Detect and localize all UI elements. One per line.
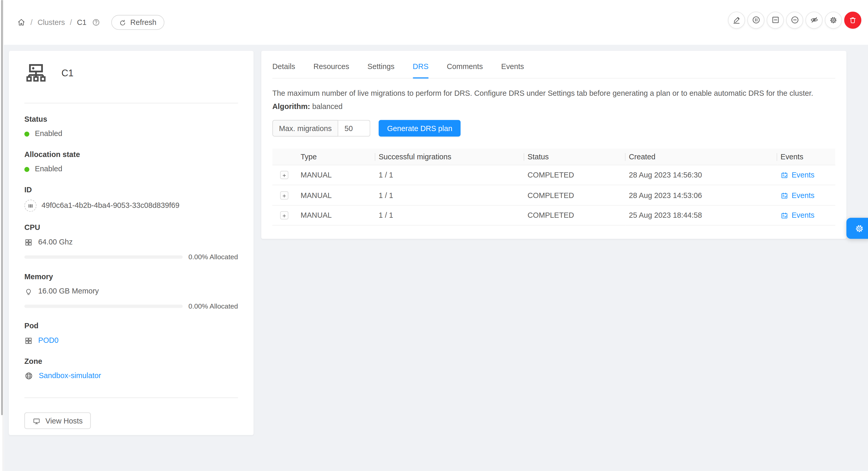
desktop-icon <box>33 416 40 425</box>
view-hosts-label: View Hosts <box>45 416 83 425</box>
home-icon[interactable] <box>17 18 26 27</box>
minus-circle-icon <box>790 15 799 24</box>
cell-successful-migrations: 1 / 1 <box>375 185 524 205</box>
cell-created: 25 Aug 2023 18:44:58 <box>626 205 777 226</box>
plus-icon <box>281 191 287 199</box>
cluster-detail-page: / Clusters / C1 Refresh <box>0 0 868 471</box>
appstore-grid-icon <box>24 237 33 247</box>
row-events-label: Events <box>792 191 814 199</box>
pause-button[interactable] <box>747 11 764 29</box>
configure-button[interactable] <box>825 11 842 29</box>
top-header: / Clusters / C1 Refresh <box>4 0 868 45</box>
column-events: Events <box>777 149 836 165</box>
expand-row-button[interactable] <box>280 171 288 179</box>
row-events-link[interactable]: Events <box>780 211 814 220</box>
row-events-link[interactable]: Events <box>780 191 814 200</box>
edit-button[interactable] <box>728 11 745 29</box>
row-events-label: Events <box>792 171 814 179</box>
tab-events[interactable]: Events <box>501 63 524 78</box>
divider <box>24 103 238 103</box>
plus-icon <box>281 171 287 179</box>
settings-gear-icon <box>855 224 864 233</box>
cluster-icon <box>24 63 48 85</box>
plus-icon <box>281 211 287 220</box>
max-migrations-group: Max. migrations <box>272 120 370 136</box>
disable-button[interactable] <box>786 11 803 29</box>
cell-created: 28 Aug 2023 14:53:06 <box>626 185 777 205</box>
cpu-value: 64.00 Ghz <box>38 237 73 247</box>
column-status: Status <box>524 149 626 165</box>
divider <box>24 398 238 398</box>
eye-invisible-icon <box>810 15 818 24</box>
max-migrations-label: Max. migrations <box>272 120 338 136</box>
status-section: Status Enabled <box>24 114 238 139</box>
appstore-grid-icon <box>24 336 33 345</box>
allocation-state-value: Enabled <box>35 164 62 174</box>
id-section: ID 49f0c6a1-4b2b-4ba4-9053-33c08d839f69 <box>24 185 238 212</box>
breadcrumb-clusters-link[interactable]: Clusters <box>37 18 65 27</box>
zone-label: Zone <box>24 357 238 366</box>
out-of-band-button[interactable] <box>805 11 823 29</box>
cell-status: COMPLETED <box>524 165 626 185</box>
pause-circle-icon <box>751 15 760 24</box>
cluster-info-card: C1 Status Enabled Allocation state Enabl… <box>9 51 254 435</box>
breadcrumb: / Clusters / C1 Refresh <box>17 15 164 30</box>
schedule-icon <box>780 171 788 179</box>
cell-type: MANUAL <box>297 165 375 185</box>
algorithm-value: balanced <box>312 102 343 110</box>
cell-type: MANUAL <box>297 185 375 205</box>
cpu-progress-bar <box>24 255 183 259</box>
cell-status: COMPLETED <box>524 205 626 226</box>
resource-header: C1 <box>24 51 238 84</box>
tab-drs[interactable]: DRS <box>413 63 429 78</box>
pod-link[interactable]: POD0 <box>38 336 58 345</box>
allocation-dot-green <box>24 167 29 171</box>
row-events-link[interactable]: Events <box>780 171 814 179</box>
expand-row-button[interactable] <box>280 191 288 199</box>
delete-button[interactable] <box>844 11 861 29</box>
question-circle-icon[interactable] <box>92 18 100 27</box>
cell-successful-migrations: 1 / 1 <box>375 205 524 226</box>
tab-comments[interactable]: Comments <box>447 63 483 78</box>
algorithm-label: Algorithm: <box>272 102 310 110</box>
reload-icon <box>119 18 126 27</box>
column-created: Created <box>626 149 777 165</box>
expand-column-header <box>272 149 297 165</box>
refresh-button[interactable]: Refresh <box>112 15 164 30</box>
breadcrumb-separator: / <box>30 18 33 27</box>
column-type: Type <box>297 149 375 165</box>
status-value: Enabled <box>35 129 62 139</box>
table-row: MANUAL 1 / 1 COMPLETED 28 Aug 2023 14:56… <box>272 165 835 185</box>
schedule-icon <box>780 191 788 200</box>
refresh-label: Refresh <box>130 18 156 27</box>
scrollbar-thumb[interactable] <box>1 0 2 415</box>
generate-drs-plan-button[interactable]: Generate DRS plan <box>379 120 461 136</box>
expand-row-button[interactable] <box>280 211 288 220</box>
id-label: ID <box>24 185 238 195</box>
gear-icon <box>829 15 838 24</box>
tab-details[interactable]: Details <box>272 63 295 78</box>
table-header-row: Type Successful migrations Status Create… <box>272 149 835 165</box>
zone-link[interactable]: Sandbox-simulator <box>39 371 101 381</box>
tab-settings[interactable]: Settings <box>367 63 394 78</box>
barcode-icon <box>24 200 37 212</box>
page-body: C1 Status Enabled Allocation state Enabl… <box>4 45 868 471</box>
cell-status: COMPLETED <box>524 185 626 205</box>
table-row: MANUAL 1 / 1 COMPLETED 25 Aug 2023 18:44… <box>272 205 835 226</box>
status-dot-green <box>24 131 29 136</box>
view-hosts-button[interactable]: View Hosts <box>24 412 91 429</box>
allocation-state-section: Allocation state Enabled <box>24 150 238 174</box>
max-migrations-input[interactable] <box>338 120 370 136</box>
unmanage-button[interactable] <box>767 11 784 29</box>
drs-description: The maximum number of live migrations to… <box>272 88 835 98</box>
left-scrollbar[interactable] <box>0 0 3 471</box>
status-label: Status <box>24 114 238 124</box>
schedule-icon <box>780 211 788 220</box>
table-row: MANUAL 1 / 1 COMPLETED 28 Aug 2023 14:53… <box>272 185 835 205</box>
floating-settings-button[interactable] <box>846 218 868 239</box>
memory-progress-text: 0.00% Allocated <box>188 302 238 310</box>
memory-progress: 0.00% Allocated <box>24 302 238 310</box>
tab-resources[interactable]: Resources <box>314 63 349 78</box>
trash-icon <box>848 15 857 24</box>
cpu-label: CPU <box>24 223 238 233</box>
